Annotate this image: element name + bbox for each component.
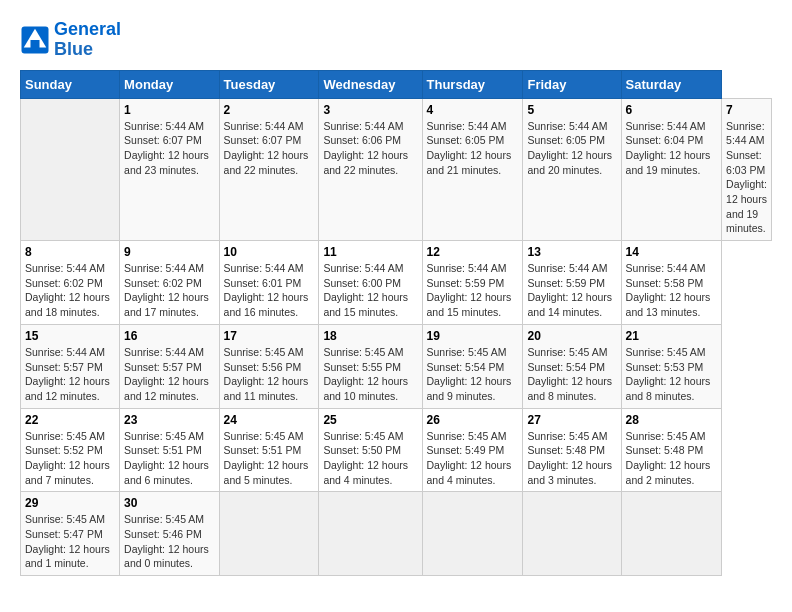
day-number: 24 [224, 413, 315, 427]
calendar-cell: 15Sunrise: 5:44 AMSunset: 5:57 PMDayligh… [21, 324, 120, 408]
calendar-week-row: 1Sunrise: 5:44 AMSunset: 6:07 PMDaylight… [21, 98, 772, 241]
day-number: 10 [224, 245, 315, 259]
calendar-cell: 19Sunrise: 5:45 AMSunset: 5:54 PMDayligh… [422, 324, 523, 408]
day-info: Sunrise: 5:44 AMSunset: 6:01 PMDaylight:… [224, 261, 315, 320]
header-day-thursday: Thursday [422, 70, 523, 98]
day-info: Sunrise: 5:44 AMSunset: 6:00 PMDaylight:… [323, 261, 417, 320]
day-info: Sunrise: 5:44 AMSunset: 5:59 PMDaylight:… [427, 261, 519, 320]
logo-text: General Blue [54, 20, 121, 60]
calendar-week-row: 8Sunrise: 5:44 AMSunset: 6:02 PMDaylight… [21, 241, 772, 325]
day-number: 7 [726, 103, 767, 117]
svg-rect-2 [31, 40, 40, 49]
calendar-cell: 7Sunrise: 5:44 AMSunset: 6:03 PMDaylight… [722, 98, 772, 241]
day-info: Sunrise: 5:44 AMSunset: 5:57 PMDaylight:… [124, 345, 214, 404]
day-info: Sunrise: 5:45 AMSunset: 5:48 PMDaylight:… [527, 429, 616, 488]
calendar-cell: 5Sunrise: 5:44 AMSunset: 6:05 PMDaylight… [523, 98, 621, 241]
header-day-friday: Friday [523, 70, 621, 98]
calendar-week-row: 22Sunrise: 5:45 AMSunset: 5:52 PMDayligh… [21, 408, 772, 492]
calendar-cell: 12Sunrise: 5:44 AMSunset: 5:59 PMDayligh… [422, 241, 523, 325]
day-number: 2 [224, 103, 315, 117]
calendar-cell: 25Sunrise: 5:45 AMSunset: 5:50 PMDayligh… [319, 408, 422, 492]
day-info: Sunrise: 5:44 AMSunset: 6:02 PMDaylight:… [124, 261, 214, 320]
day-number: 21 [626, 329, 717, 343]
day-number: 15 [25, 329, 115, 343]
day-info: Sunrise: 5:45 AMSunset: 5:46 PMDaylight:… [124, 512, 214, 571]
calendar-table: SundayMondayTuesdayWednesdayThursdayFrid… [20, 70, 772, 577]
day-number: 16 [124, 329, 214, 343]
calendar-cell: 10Sunrise: 5:44 AMSunset: 6:01 PMDayligh… [219, 241, 319, 325]
day-info: Sunrise: 5:45 AMSunset: 5:47 PMDaylight:… [25, 512, 115, 571]
day-number: 20 [527, 329, 616, 343]
day-number: 25 [323, 413, 417, 427]
day-info: Sunrise: 5:44 AMSunset: 6:07 PMDaylight:… [124, 119, 214, 178]
calendar-cell [319, 492, 422, 576]
calendar-cell: 11Sunrise: 5:44 AMSunset: 6:00 PMDayligh… [319, 241, 422, 325]
calendar-cell: 28Sunrise: 5:45 AMSunset: 5:48 PMDayligh… [621, 408, 721, 492]
header-day-tuesday: Tuesday [219, 70, 319, 98]
day-info: Sunrise: 5:45 AMSunset: 5:55 PMDaylight:… [323, 345, 417, 404]
calendar-cell: 14Sunrise: 5:44 AMSunset: 5:58 PMDayligh… [621, 241, 721, 325]
day-number: 26 [427, 413, 519, 427]
day-info: Sunrise: 5:45 AMSunset: 5:51 PMDaylight:… [224, 429, 315, 488]
day-info: Sunrise: 5:44 AMSunset: 6:05 PMDaylight:… [527, 119, 616, 178]
day-number: 27 [527, 413, 616, 427]
day-number: 30 [124, 496, 214, 510]
calendar-cell [219, 492, 319, 576]
header-day-saturday: Saturday [621, 70, 721, 98]
calendar-cell: 3Sunrise: 5:44 AMSunset: 6:06 PMDaylight… [319, 98, 422, 241]
calendar-cell: 21Sunrise: 5:45 AMSunset: 5:53 PMDayligh… [621, 324, 721, 408]
day-info: Sunrise: 5:45 AMSunset: 5:53 PMDaylight:… [626, 345, 717, 404]
day-info: Sunrise: 5:44 AMSunset: 6:06 PMDaylight:… [323, 119, 417, 178]
day-info: Sunrise: 5:45 AMSunset: 5:51 PMDaylight:… [124, 429, 214, 488]
day-info: Sunrise: 5:44 AMSunset: 6:05 PMDaylight:… [427, 119, 519, 178]
calendar-cell: 23Sunrise: 5:45 AMSunset: 5:51 PMDayligh… [120, 408, 219, 492]
day-number: 29 [25, 496, 115, 510]
day-number: 13 [527, 245, 616, 259]
header: General Blue [20, 20, 772, 60]
day-number: 17 [224, 329, 315, 343]
calendar-cell: 2Sunrise: 5:44 AMSunset: 6:07 PMDaylight… [219, 98, 319, 241]
header-day-wednesday: Wednesday [319, 70, 422, 98]
calendar-cell: 13Sunrise: 5:44 AMSunset: 5:59 PMDayligh… [523, 241, 621, 325]
day-info: Sunrise: 5:45 AMSunset: 5:54 PMDaylight:… [527, 345, 616, 404]
logo-icon [20, 25, 50, 55]
day-number: 11 [323, 245, 417, 259]
calendar-cell [523, 492, 621, 576]
day-info: Sunrise: 5:45 AMSunset: 5:56 PMDaylight:… [224, 345, 315, 404]
calendar-cell: 26Sunrise: 5:45 AMSunset: 5:49 PMDayligh… [422, 408, 523, 492]
calendar-cell: 30Sunrise: 5:45 AMSunset: 5:46 PMDayligh… [120, 492, 219, 576]
calendar-cell: 9Sunrise: 5:44 AMSunset: 6:02 PMDaylight… [120, 241, 219, 325]
calendar-cell: 4Sunrise: 5:44 AMSunset: 6:05 PMDaylight… [422, 98, 523, 241]
calendar-cell: 22Sunrise: 5:45 AMSunset: 5:52 PMDayligh… [21, 408, 120, 492]
calendar-cell: 6Sunrise: 5:44 AMSunset: 6:04 PMDaylight… [621, 98, 721, 241]
calendar-cell: 18Sunrise: 5:45 AMSunset: 5:55 PMDayligh… [319, 324, 422, 408]
day-number: 22 [25, 413, 115, 427]
calendar-header-row: SundayMondayTuesdayWednesdayThursdayFrid… [21, 70, 772, 98]
day-number: 14 [626, 245, 717, 259]
day-info: Sunrise: 5:44 AMSunset: 6:03 PMDaylight:… [726, 119, 767, 237]
day-number: 4 [427, 103, 519, 117]
day-info: Sunrise: 5:44 AMSunset: 5:57 PMDaylight:… [25, 345, 115, 404]
day-info: Sunrise: 5:44 AMSunset: 6:04 PMDaylight:… [626, 119, 717, 178]
day-number: 23 [124, 413, 214, 427]
day-number: 9 [124, 245, 214, 259]
day-info: Sunrise: 5:45 AMSunset: 5:48 PMDaylight:… [626, 429, 717, 488]
day-info: Sunrise: 5:44 AMSunset: 6:02 PMDaylight:… [25, 261, 115, 320]
day-info: Sunrise: 5:45 AMSunset: 5:52 PMDaylight:… [25, 429, 115, 488]
calendar-cell [422, 492, 523, 576]
day-number: 12 [427, 245, 519, 259]
calendar-cell: 8Sunrise: 5:44 AMSunset: 6:02 PMDaylight… [21, 241, 120, 325]
calendar-cell: 16Sunrise: 5:44 AMSunset: 5:57 PMDayligh… [120, 324, 219, 408]
day-info: Sunrise: 5:44 AMSunset: 5:58 PMDaylight:… [626, 261, 717, 320]
day-info: Sunrise: 5:45 AMSunset: 5:49 PMDaylight:… [427, 429, 519, 488]
day-number: 3 [323, 103, 417, 117]
calendar-cell: 17Sunrise: 5:45 AMSunset: 5:56 PMDayligh… [219, 324, 319, 408]
day-number: 5 [527, 103, 616, 117]
calendar-cell: 24Sunrise: 5:45 AMSunset: 5:51 PMDayligh… [219, 408, 319, 492]
calendar-cell: 1Sunrise: 5:44 AMSunset: 6:07 PMDaylight… [120, 98, 219, 241]
header-day-monday: Monday [120, 70, 219, 98]
calendar-week-row: 29Sunrise: 5:45 AMSunset: 5:47 PMDayligh… [21, 492, 772, 576]
calendar-week-row: 15Sunrise: 5:44 AMSunset: 5:57 PMDayligh… [21, 324, 772, 408]
calendar-cell: 29Sunrise: 5:45 AMSunset: 5:47 PMDayligh… [21, 492, 120, 576]
day-number: 8 [25, 245, 115, 259]
